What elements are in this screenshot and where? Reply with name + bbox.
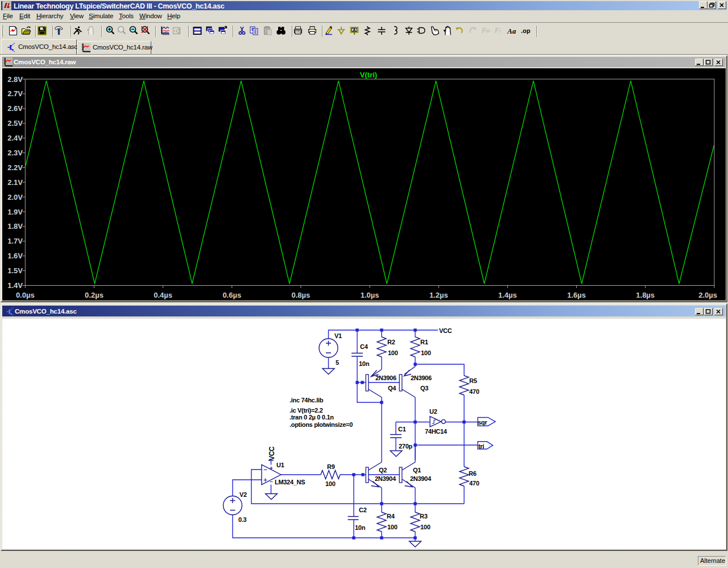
svg-text:A: A [353, 27, 356, 32]
svg-text:F: F [495, 27, 499, 35]
svg-text:.op: .op [521, 27, 531, 34]
svg-text:i: i [499, 28, 500, 34]
svg-text:Aa: Aa [507, 27, 516, 35]
